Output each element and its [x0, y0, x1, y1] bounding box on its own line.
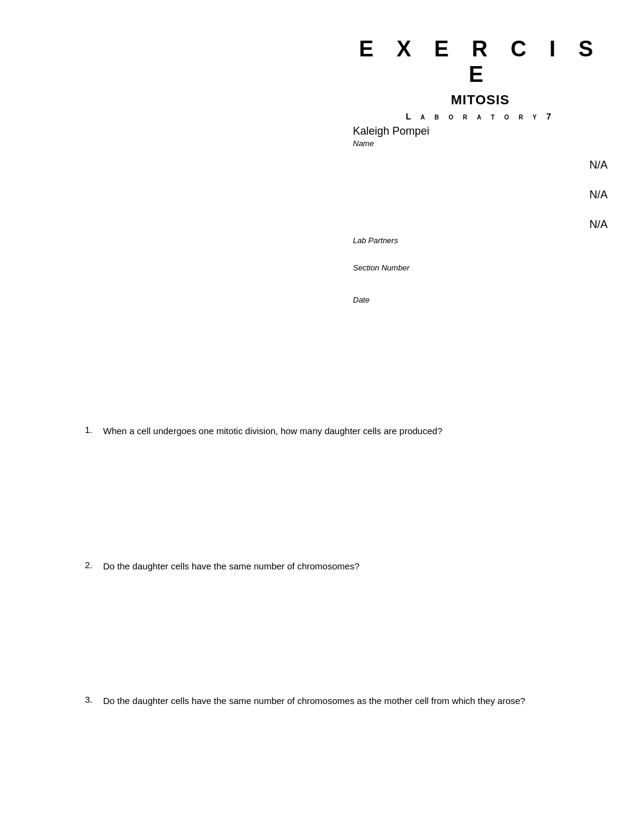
date-label: Date	[353, 295, 608, 304]
mitosis-title: MITOSIS	[451, 92, 509, 108]
question-3-number: 3.	[85, 694, 97, 708]
question-2: 2. Do the daughter cells have the same n…	[85, 560, 559, 574]
lab-partners-label: Lab Partners	[353, 236, 608, 245]
laboratory-line: L a b o r a t o r y 7	[406, 112, 554, 121]
na-value-3: N/A	[589, 218, 608, 231]
question-1-number: 1.	[85, 424, 97, 438]
question-3-text: Do the daughter cells have the same numb…	[103, 694, 525, 708]
section-label: Section Number	[353, 263, 608, 272]
na-value-1: N/A	[589, 159, 608, 172]
question-2-number: 2.	[85, 560, 97, 574]
questions-section: 1. When a cell undergoes one mitotic div…	[49, 424, 595, 708]
exercise-title: E X E R C I S E	[353, 36, 608, 87]
na-value-2: N/A	[589, 189, 608, 201]
page: E X E R C I S E MITOSIS L a b o r a t o …	[0, 0, 644, 835]
question-1-text: When a cell undergoes one mitotic divisi…	[103, 424, 442, 438]
question-1: 1. When a cell undergoes one mitotic div…	[85, 424, 559, 438]
question-2-text: Do the daughter cells have the same numb…	[103, 560, 360, 574]
header-block: E X E R C I S E MITOSIS L a b o r a t o …	[353, 36, 608, 317]
name-label: Name	[353, 139, 608, 148]
name-value: Kaleigh Pompei	[353, 125, 608, 138]
question-3: 3. Do the daughter cells have the same n…	[85, 694, 559, 708]
